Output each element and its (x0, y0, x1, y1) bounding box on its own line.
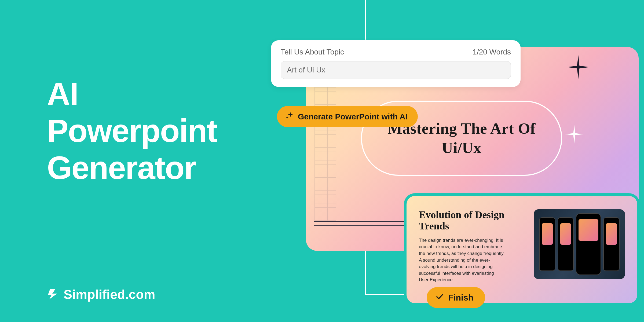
brand-icon (47, 288, 59, 301)
phone-mockup (576, 213, 601, 275)
finish-button-label: Finish (448, 293, 473, 303)
topic-input[interactable] (281, 61, 511, 79)
page-title: AI Powerpoint Generator (47, 75, 217, 186)
topic-input-card: Tell Us About Topic 1/20 Words (271, 40, 521, 87)
slide-small-title: Evolution of Design Trends (419, 209, 526, 232)
sparkle-icon (566, 55, 590, 79)
word-counter: 1/20 Words (473, 48, 511, 56)
finish-button[interactable]: Finish (427, 287, 485, 308)
slide-small-body: The design trends are ever-changing. It … (419, 237, 505, 283)
phone-mockup (558, 217, 574, 271)
check-icon (436, 292, 444, 303)
slide-small-image (534, 209, 625, 279)
sparkle-icon (565, 125, 584, 144)
generate-button[interactable]: Generate PowerPoint with AI (277, 106, 418, 127)
generate-button-label: Generate PowerPoint with AI (298, 112, 408, 121)
phone-mockup (603, 217, 620, 271)
sparkle-icon (285, 111, 294, 122)
phone-mockup (539, 217, 555, 271)
topic-label: Tell Us About Topic (281, 48, 344, 56)
brand-logo: Simplified.com (47, 287, 155, 302)
brand-text: Simplified.com (64, 287, 155, 302)
